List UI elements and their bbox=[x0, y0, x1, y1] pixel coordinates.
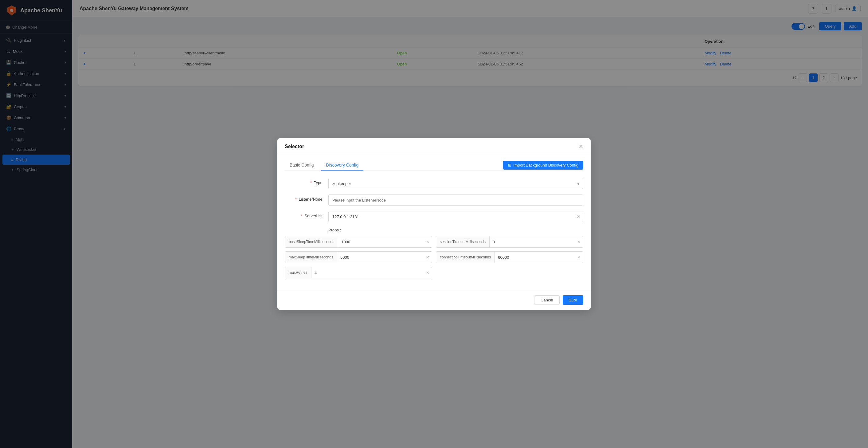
modal-tabs: Basic Config Discovery Config ⊞ Import B… bbox=[285, 160, 583, 171]
serverlist-clear-icon[interactable]: ✕ bbox=[577, 214, 580, 219]
listenernode-required-mark: * bbox=[295, 197, 297, 202]
prop-key-0: baseSleepTimeMilliseconds bbox=[285, 236, 338, 247]
tab-basic-config[interactable]: Basic Config bbox=[285, 160, 319, 171]
type-select-wrapper: zookeeper eureka nacos etcd bbox=[328, 178, 583, 189]
prop-item: sessionTimeoutMilliseconds ✕ bbox=[436, 236, 583, 248]
modal-footer: Cancel Sure bbox=[277, 290, 591, 310]
prop-value-wrap-3: ✕ bbox=[495, 252, 583, 263]
modal-header: Selector ✕ bbox=[277, 138, 591, 154]
prop-item: connectionTimeoutMilliseconds ✕ bbox=[436, 251, 583, 263]
listenernode-input[interactable] bbox=[328, 195, 583, 206]
import-discovery-config-button[interactable]: ⊞ Import Background Discovery Config bbox=[503, 161, 583, 170]
prop-value-input-2[interactable] bbox=[337, 252, 432, 263]
prop-key-2: maxSleepTimeMilliseconds bbox=[285, 252, 337, 263]
serverlist-input[interactable] bbox=[328, 211, 583, 222]
form-row-listenernode: * ListenerNode : bbox=[285, 195, 583, 206]
serverlist-input-wrapper: ✕ bbox=[328, 211, 583, 222]
import-icon: ⊞ bbox=[508, 163, 512, 168]
modal-title: Selector bbox=[285, 144, 304, 149]
prop-key-3: connectionTimeoutMilliseconds bbox=[436, 252, 495, 263]
prop-item: maxRetries ✕ bbox=[285, 267, 432, 278]
form-row-type: * Type : zookeeper eureka nacos etcd bbox=[285, 178, 583, 189]
prop-value-wrap-1: ✕ bbox=[490, 236, 583, 247]
import-btn-label: Import Background Discovery Config bbox=[513, 163, 578, 168]
props-grid: baseSleepTimeMilliseconds ✕ sessionTimeo… bbox=[285, 236, 583, 278]
prop-value-wrap-0: ✕ bbox=[338, 236, 432, 247]
prop-clear-icon-2[interactable]: ✕ bbox=[426, 255, 429, 260]
serverlist-label: * ServerList : bbox=[285, 211, 324, 218]
listenernode-label: * ListenerNode : bbox=[285, 195, 324, 202]
prop-clear-icon-3[interactable]: ✕ bbox=[577, 255, 581, 260]
props-section: Props : baseSleepTimeMilliseconds ✕ sess… bbox=[285, 228, 583, 278]
selector-modal: Selector ✕ Basic Config Discovery Config… bbox=[277, 138, 591, 310]
modal-close-button[interactable]: ✕ bbox=[579, 144, 583, 149]
prop-value-input-3[interactable] bbox=[495, 252, 583, 263]
form-row-serverlist: * ServerList : ✕ bbox=[285, 211, 583, 222]
props-label: Props : bbox=[285, 228, 583, 232]
prop-clear-icon-0[interactable]: ✕ bbox=[426, 240, 429, 244]
cancel-button[interactable]: Cancel bbox=[534, 295, 559, 305]
prop-value-wrap-4: ✕ bbox=[311, 267, 432, 278]
prop-value-input-4[interactable] bbox=[311, 267, 432, 278]
sure-button[interactable]: Sure bbox=[563, 295, 583, 305]
prop-clear-icon-4[interactable]: ✕ bbox=[426, 270, 429, 275]
serverlist-required-mark: * bbox=[301, 214, 303, 218]
prop-value-wrap-2: ✕ bbox=[337, 252, 432, 263]
modal-overlay[interactable]: Selector ✕ Basic Config Discovery Config… bbox=[0, 0, 868, 448]
type-select[interactable]: zookeeper eureka nacos etcd bbox=[328, 178, 583, 189]
tab-discovery-config[interactable]: Discovery Config bbox=[321, 160, 364, 171]
prop-clear-icon-1[interactable]: ✕ bbox=[577, 240, 581, 244]
prop-key-4: maxRetries bbox=[285, 267, 311, 278]
prop-item: baseSleepTimeMilliseconds ✕ bbox=[285, 236, 432, 248]
modal-body: Basic Config Discovery Config ⊞ Import B… bbox=[277, 154, 591, 290]
type-required-mark: * bbox=[310, 180, 312, 185]
type-label: * Type : bbox=[285, 178, 324, 185]
prop-value-input-0[interactable] bbox=[338, 236, 432, 247]
prop-key-1: sessionTimeoutMilliseconds bbox=[436, 236, 490, 247]
prop-value-input-1[interactable] bbox=[490, 236, 583, 247]
prop-item: maxSleepTimeMilliseconds ✕ bbox=[285, 251, 432, 263]
